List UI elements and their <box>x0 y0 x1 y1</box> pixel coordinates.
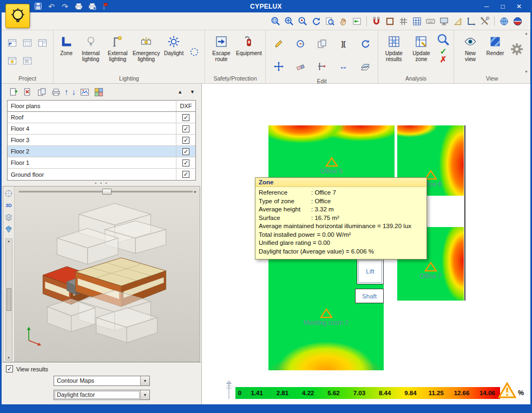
table-row[interactable]: Floor 4 ✓ <box>8 123 195 135</box>
move-up-icon[interactable]: ↑ <box>64 88 69 96</box>
chevron-down-icon[interactable]: ▼ <box>140 390 149 399</box>
scrollbar-handle[interactable] <box>6 288 11 311</box>
dxf-checkbox[interactable]: ✓ <box>182 125 189 132</box>
building-3d-model[interactable] <box>15 192 200 361</box>
warning-icon[interactable] <box>498 382 516 399</box>
panel-splitter[interactable]: • • • <box>2 181 201 186</box>
check-results-button[interactable]: ✓ ✗ <box>435 31 451 63</box>
save-icon[interactable] <box>33 2 43 11</box>
collapse-up-icon[interactable]: ▲ <box>178 89 182 95</box>
keyboard-icon[interactable] <box>424 15 437 28</box>
print-icon[interactable] <box>74 2 83 11</box>
table-row[interactable]: Ground floor ✓ <box>8 169 195 180</box>
escape-route-button[interactable]: Escape route <box>208 31 235 63</box>
screen-icon[interactable] <box>438 15 450 28</box>
trim-icon[interactable] <box>316 60 329 73</box>
pan-hand-icon[interactable] <box>337 15 350 28</box>
project-layout-icon[interactable] <box>36 36 49 49</box>
viewport-canvas[interactable]: ▸ <box>15 186 200 362</box>
dxf-checkbox[interactable]: ✓ <box>182 171 189 178</box>
axes-icon[interactable] <box>465 15 477 28</box>
table-row-selected[interactable]: Floor 2 ✓ <box>8 146 195 157</box>
move-icon[interactable] <box>272 60 285 73</box>
magnitude-dropdown[interactable]: Daylight factor ▼ <box>54 390 150 400</box>
zoom-sheet-icon[interactable] <box>324 15 336 28</box>
dxf-checkbox[interactable]: ✓ <box>182 159 189 166</box>
offset-icon[interactable] <box>359 60 372 73</box>
undo-icon[interactable]: ↶ <box>47 2 56 11</box>
zone-button[interactable]: Zone <box>56 31 77 57</box>
room-office-5[interactable]: Office 5 <box>268 125 395 178</box>
update-zone-button[interactable]: Update zone <box>408 31 435 63</box>
scroll-up-icon[interactable]: ▲ <box>7 239 10 243</box>
collapse-down-icon[interactable]: ▼ <box>190 89 195 95</box>
layers-icon[interactable] <box>4 212 14 222</box>
room-shaft[interactable]: Shaft <box>355 289 384 303</box>
grid-icon[interactable] <box>397 15 410 28</box>
print-setup-icon[interactable] <box>87 2 97 11</box>
project-list-icon[interactable] <box>21 54 34 67</box>
view-results-checkbox[interactable]: ✓ <box>6 365 13 372</box>
dxf-manage-icon[interactable] <box>93 86 104 97</box>
draw-pencil-icon[interactable] <box>272 37 285 50</box>
app-menu-button[interactable] <box>5 4 30 28</box>
redraw-icon[interactable] <box>310 15 323 28</box>
move-down-icon[interactable]: ↓ <box>72 88 76 96</box>
update-results-button[interactable]: Update results <box>380 31 408 63</box>
luminaire-icon[interactable] <box>225 380 233 401</box>
table-row[interactable]: Floor 3 ✓ <box>8 135 195 146</box>
minimize-button[interactable]: ─ <box>480 2 494 11</box>
align-brackets-icon[interactable]: ][ <box>337 37 350 50</box>
stretch-icon[interactable]: ↔ <box>337 60 350 73</box>
slider-handle[interactable] <box>102 189 111 195</box>
zoom-object-icon[interactable] <box>297 15 309 28</box>
check-ok-icon[interactable]: ✓ <box>440 47 447 55</box>
maximize-button[interactable]: □ <box>496 2 510 11</box>
close-button[interactable]: ✕ <box>512 2 526 11</box>
compass-icon[interactable] <box>4 189 14 198</box>
snap-magnet-icon[interactable] <box>370 15 383 28</box>
ribbon-scroll-up-icon[interactable]: ▲ <box>524 31 528 35</box>
plan-canvas[interactable]: Office 5 Office 6 Office 7 Meeting room … <box>202 84 530 404</box>
previous-view-icon[interactable] <box>351 15 363 28</box>
tools-icon[interactable] <box>478 15 491 28</box>
print-floor-plan-icon[interactable] <box>50 86 61 97</box>
internal-lighting-button[interactable]: Internal lighting <box>77 31 104 63</box>
add-floor-plan-icon[interactable] <box>8 86 19 97</box>
project-open-icon[interactable] <box>21 36 34 49</box>
web-globe-icon[interactable] <box>498 15 510 28</box>
zoom-window-icon[interactable] <box>270 15 282 28</box>
map-type-dropdown[interactable]: Contour Maps ▼ <box>54 376 150 386</box>
dxf-checkbox[interactable]: ✓ <box>182 137 189 144</box>
grid-settings-icon[interactable] <box>411 15 423 28</box>
render-button[interactable]: Render <box>483 31 508 57</box>
slider-arrow-icon[interactable]: ▸ <box>194 189 196 194</box>
report-flag-icon[interactable] <box>101 2 110 11</box>
view-3d-icon[interactable]: 3D <box>4 201 14 210</box>
scroll-down-icon[interactable]: ▼ <box>7 356 10 359</box>
copy-icon[interactable] <box>316 37 329 50</box>
daylight-button[interactable]: Daylight <box>162 31 186 57</box>
equipment-button[interactable]: Equipment <box>235 31 262 57</box>
delete-floor-plan-icon[interactable] <box>22 86 33 97</box>
project-lighting-icon[interactable] <box>6 54 19 67</box>
copy-floor-plan-icon[interactable] <box>36 86 47 97</box>
new-view-button[interactable]: New view <box>458 31 482 63</box>
ortho-icon[interactable] <box>384 15 396 28</box>
solid-view-icon[interactable] <box>4 224 14 234</box>
rotate-icon[interactable] <box>359 37 372 50</box>
chevron-down-icon[interactable]: ▼ <box>140 376 149 385</box>
ribbon-scroll-down-icon[interactable]: ▼ <box>524 70 528 74</box>
circle-tool-icon[interactable] <box>294 37 307 50</box>
dxf-checkbox[interactable]: ✓ <box>182 114 189 121</box>
dxf-view-icon[interactable] <box>79 86 90 97</box>
project-new-icon[interactable] <box>6 36 19 49</box>
check-error-icon[interactable]: ✗ <box>440 55 447 63</box>
redo-icon[interactable]: ↷ <box>60 2 70 11</box>
dxf-checkbox[interactable]: ✓ <box>182 148 189 155</box>
help-ball-icon[interactable] <box>511 15 524 28</box>
viewport-3d[interactable]: 3D ▲ ▼ ▸ <box>3 186 200 362</box>
daylight-zone-button[interactable] <box>187 31 202 59</box>
titlebar[interactable]: ↶ ↷ CYPELUX ─ □ ✕ <box>2 0 530 12</box>
table-row[interactable]: Floor 1 ✓ <box>8 157 195 169</box>
